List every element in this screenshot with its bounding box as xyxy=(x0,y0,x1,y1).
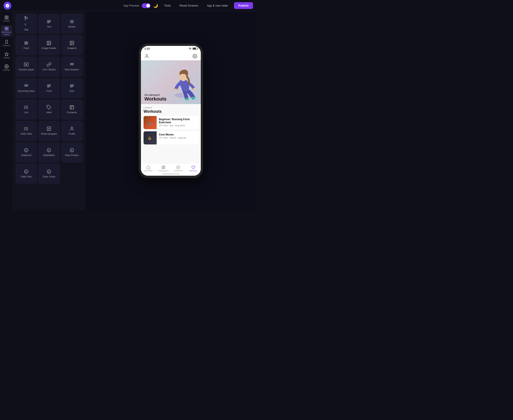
app-user-state-button[interactable]: App & user state xyxy=(204,3,230,8)
workout-item-1[interactable]: 👟 Beginner: Running Form Exercises 20+ m… xyxy=(143,116,198,129)
svg-rect-1 xyxy=(7,16,8,17)
element-card-link-button-label: Link / Button xyxy=(42,68,56,71)
element-card-divider-label: Divider xyxy=(68,25,76,28)
element-card-feed[interactable]: Feed xyxy=(16,35,37,55)
svg-marker-29 xyxy=(26,64,27,65)
sidebar-item-screens[interactable]: Screens xyxy=(1,38,12,49)
element-card-label-label: label xyxy=(46,111,52,114)
workout-meta-1: 20+ mins · beg · long band, xyxy=(159,124,198,127)
svg-point-25 xyxy=(48,42,49,43)
phone-content: LATEST Workouts 👟 Beginner: Running Form… xyxy=(141,104,201,164)
svg-point-73 xyxy=(194,55,195,57)
element-card-daily-water[interactable]: % DailyWater xyxy=(38,142,59,162)
phone-mockup: 1:14 xyxy=(139,44,202,177)
element-card-text[interactable]: Text xyxy=(38,14,59,34)
workout-name-2: Core Moves xyxy=(159,133,188,136)
hero-text: On-demand Workouts xyxy=(144,93,166,101)
element-card-active-program-label: Active program xyxy=(41,132,57,135)
element-card-title-label: Title xyxy=(24,28,28,31)
phone-nav-training-plans[interactable]: Training plans xyxy=(156,165,171,172)
app-preview-toggle[interactable] xyxy=(142,3,150,8)
nav-center: App Preview 🌙 xyxy=(123,3,158,8)
element-card-text-label: Text xyxy=(47,25,51,28)
svg-rect-3 xyxy=(7,18,8,19)
svg-point-77 xyxy=(174,89,177,91)
profile-icon xyxy=(144,54,149,59)
svg-point-48 xyxy=(24,107,25,107)
element-card-profile-label: Profile xyxy=(68,132,75,135)
element-card-daily-protein[interactable]: % Daily Protein xyxy=(61,142,82,162)
workout-item-2[interactable]: 💪 Core Moves 15+ mins · int/adv · yoga b… xyxy=(143,131,198,144)
phone-nav-race-plans[interactable]: Race plans xyxy=(141,165,156,172)
svg-rect-83 xyxy=(164,166,165,167)
svg-point-61 xyxy=(71,127,73,128)
phone-nav-workouts[interactable]: Workouts xyxy=(186,165,201,172)
phone-hero: On-demand Workouts xyxy=(141,60,201,104)
element-card-title[interactable]: T T Title xyxy=(16,14,37,34)
battery-icon xyxy=(193,47,197,50)
element-card-upcoming-class[interactable]: Upcoming class xyxy=(16,78,37,98)
sidebar-item-styling[interactable]: Styling xyxy=(1,50,12,61)
element-card-image-header[interactable]: Image header xyxy=(38,35,59,55)
svg-point-10 xyxy=(6,66,7,67)
svg-point-78 xyxy=(193,88,196,90)
svg-point-47 xyxy=(24,106,25,106)
tools-button[interactable]: Tools xyxy=(162,3,173,8)
sidebar-item-content[interactable]: Content xyxy=(1,13,12,24)
sidebar-item-screens-label: Screens xyxy=(3,45,10,47)
sidebar-item-elements[interactable]: Elements & Layout xyxy=(1,25,12,37)
element-card-images[interactable]: Image(s) xyxy=(61,35,82,55)
svg-rect-7 xyxy=(7,29,8,30)
publish-button[interactable]: Publish xyxy=(234,2,253,9)
element-card-daily-carbs-label: Daily Carbs xyxy=(43,175,55,178)
svg-rect-5 xyxy=(7,27,8,29)
svg-rect-82 xyxy=(162,166,163,167)
element-card-daily-fats-label: Daily Fats xyxy=(21,175,32,178)
section-tag: LATEST xyxy=(143,107,198,109)
element-card-list[interactable]: List xyxy=(16,100,37,119)
element-card-link-button[interactable]: Link / Button xyxy=(38,57,59,76)
element-card-upcoming-class-label: Upcoming class xyxy=(18,90,35,92)
element-card-youtube-player[interactable]: Youtube player xyxy=(16,57,37,76)
status-time: 1:14 xyxy=(144,47,150,50)
element-card-container[interactable]: Container xyxy=(61,100,82,119)
element-card-active-program[interactable]: Active program xyxy=(38,121,59,141)
dark-mode-icon[interactable]: 🌙 xyxy=(153,3,158,8)
reset-screens-button[interactable]: Reset Screens xyxy=(177,3,201,8)
element-card-quiz[interactable]: Quiz xyxy=(61,78,82,98)
workout-meta-2: 15+ mins · int/adv · yoga blo... xyxy=(159,137,188,139)
svg-text:%: % xyxy=(25,171,27,173)
sidebar-item-content-label: Content xyxy=(3,20,10,22)
elements-grid: T T Title Text Divider Feed xyxy=(16,14,82,184)
hero-figure xyxy=(170,65,199,104)
svg-rect-51 xyxy=(70,105,74,109)
element-card-next-session-label: Next Session xyxy=(65,68,79,71)
svg-text:%: % xyxy=(48,150,50,151)
element-card-youtube-player-label: Youtube player xyxy=(18,68,34,71)
element-card-daily-carbs[interactable]: % Daily Carbs xyxy=(38,164,59,184)
svg-rect-8 xyxy=(6,40,7,44)
element-card-form[interactable]: Form xyxy=(38,78,59,98)
element-card-container-label: Container xyxy=(67,111,77,114)
workout-info-2: Core Moves 15+ mins · int/adv · yoga blo… xyxy=(159,131,188,144)
svg-text:T: T xyxy=(24,23,26,27)
phone-home-indicator xyxy=(141,173,201,176)
svg-rect-4 xyxy=(5,27,6,29)
phone-nav-audio-runs[interactable]: Audio Runs xyxy=(171,165,186,172)
svg-point-76 xyxy=(191,97,195,99)
element-card-divider[interactable]: Divider xyxy=(61,14,82,34)
element-card-next-session[interactable]: Next Session xyxy=(61,57,82,76)
section-title: Workouts xyxy=(143,109,198,114)
element-card-hello-view[interactable]: Hello View xyxy=(16,121,37,141)
hero-title: Workouts xyxy=(144,97,166,101)
element-card-profile[interactable]: Profile xyxy=(61,121,82,141)
element-card-daily-fats[interactable]: % Daily Fats xyxy=(16,164,37,184)
sidebar-item-elements-label: Elements & Layout xyxy=(1,31,12,36)
sidebar-item-settings[interactable]: Settings xyxy=(1,62,12,73)
topnav: App Preview 🌙 Tools Reset Screens App & … xyxy=(0,0,256,11)
element-card-images-label: Image(s) xyxy=(67,47,76,50)
svg-text:%: % xyxy=(71,150,73,151)
element-card-daily-kcal[interactable]: % DailyKcal xyxy=(16,142,37,162)
element-card-label[interactable]: label xyxy=(38,100,59,119)
svg-text:T: T xyxy=(25,16,26,18)
